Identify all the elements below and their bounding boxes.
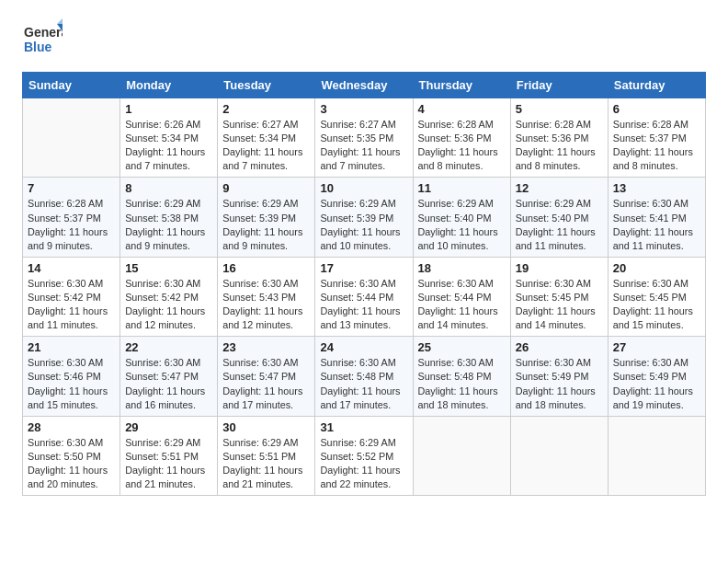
day-number: 18: [418, 261, 506, 275]
day-info: Sunrise: 6:29 AMSunset: 5:40 PMDaylight:…: [418, 197, 506, 252]
day-info: Sunrise: 6:29 AMSunset: 5:39 PMDaylight:…: [320, 197, 407, 252]
day-number: 25: [418, 340, 506, 354]
day-number: 19: [516, 261, 603, 275]
weekday-header-saturday: Saturday: [608, 73, 705, 98]
weekday-header-row: SundayMondayTuesdayWednesdayThursdayFrid…: [23, 73, 706, 98]
day-number: 28: [28, 420, 115, 434]
day-info: Sunrise: 6:30 AMSunset: 5:49 PMDaylight:…: [516, 356, 603, 411]
calendar-cell: 27Sunrise: 6:30 AMSunset: 5:49 PMDayligh…: [608, 337, 705, 416]
weekday-header-thursday: Thursday: [413, 73, 510, 98]
day-info: Sunrise: 6:30 AMSunset: 5:45 PMDaylight:…: [516, 277, 603, 332]
page-header: General Blue: [22, 18, 706, 63]
day-info: Sunrise: 6:29 AMSunset: 5:51 PMDaylight:…: [125, 436, 212, 491]
calendar-cell: [413, 416, 510, 495]
day-info: Sunrise: 6:30 AMSunset: 5:47 PMDaylight:…: [222, 356, 310, 411]
weekday-header-friday: Friday: [510, 73, 608, 98]
day-number: 29: [125, 420, 212, 434]
week-row-1: 1Sunrise: 6:26 AMSunset: 5:34 PMDaylight…: [23, 98, 706, 178]
day-info: Sunrise: 6:28 AMSunset: 5:37 PMDaylight:…: [28, 197, 115, 252]
day-info: Sunrise: 6:28 AMSunset: 5:36 PMDaylight:…: [418, 118, 506, 173]
day-info: Sunrise: 6:30 AMSunset: 5:48 PMDaylight:…: [320, 356, 407, 411]
day-number: 10: [320, 181, 407, 195]
day-number: 2: [222, 102, 310, 116]
calendar-cell: 25Sunrise: 6:30 AMSunset: 5:48 PMDayligh…: [413, 337, 510, 416]
calendar-cell: [23, 98, 120, 178]
calendar-cell: 30Sunrise: 6:29 AMSunset: 5:51 PMDayligh…: [218, 416, 315, 495]
calendar-cell: 21Sunrise: 6:30 AMSunset: 5:46 PMDayligh…: [23, 337, 120, 416]
day-info: Sunrise: 6:30 AMSunset: 5:49 PMDaylight:…: [613, 356, 700, 411]
calendar-cell: 11Sunrise: 6:29 AMSunset: 5:40 PMDayligh…: [413, 178, 510, 257]
svg-marker-3: [57, 18, 63, 24]
day-number: 21: [28, 340, 115, 354]
calendar-cell: [608, 416, 705, 495]
week-row-2: 7Sunrise: 6:28 AMSunset: 5:37 PMDaylight…: [23, 178, 706, 257]
day-info: Sunrise: 6:30 AMSunset: 5:50 PMDaylight:…: [28, 436, 115, 491]
day-info: Sunrise: 6:28 AMSunset: 5:37 PMDaylight:…: [613, 118, 700, 173]
calendar-cell: [510, 416, 608, 495]
calendar-cell: 19Sunrise: 6:30 AMSunset: 5:45 PMDayligh…: [510, 257, 608, 336]
calendar-cell: 29Sunrise: 6:29 AMSunset: 5:51 PMDayligh…: [120, 416, 218, 495]
day-number: 14: [28, 261, 115, 275]
day-info: Sunrise: 6:29 AMSunset: 5:51 PMDaylight:…: [222, 436, 310, 491]
day-number: 13: [613, 181, 700, 195]
weekday-header-monday: Monday: [120, 73, 218, 98]
day-info: Sunrise: 6:29 AMSunset: 5:39 PMDaylight:…: [222, 197, 310, 252]
weekday-header-tuesday: Tuesday: [218, 73, 315, 98]
day-info: Sunrise: 6:27 AMSunset: 5:35 PMDaylight:…: [320, 118, 407, 173]
day-number: 3: [320, 102, 407, 116]
calendar-cell: 16Sunrise: 6:30 AMSunset: 5:43 PMDayligh…: [218, 257, 315, 336]
day-number: 22: [125, 340, 212, 354]
calendar-cell: 7Sunrise: 6:28 AMSunset: 5:37 PMDaylight…: [23, 178, 120, 257]
calendar-cell: 2Sunrise: 6:27 AMSunset: 5:34 PMDaylight…: [218, 98, 315, 178]
day-number: 1: [125, 102, 212, 116]
day-number: 23: [222, 340, 310, 354]
calendar-cell: 14Sunrise: 6:30 AMSunset: 5:42 PMDayligh…: [23, 257, 120, 336]
day-info: Sunrise: 6:30 AMSunset: 5:47 PMDaylight:…: [125, 356, 212, 411]
day-info: Sunrise: 6:30 AMSunset: 5:45 PMDaylight:…: [613, 277, 700, 332]
weekday-header-sunday: Sunday: [23, 73, 120, 98]
day-info: Sunrise: 6:27 AMSunset: 5:34 PMDaylight:…: [222, 118, 310, 173]
day-info: Sunrise: 6:30 AMSunset: 5:44 PMDaylight:…: [418, 277, 506, 332]
day-number: 31: [320, 420, 407, 434]
day-number: 30: [222, 420, 310, 434]
day-info: Sunrise: 6:30 AMSunset: 5:41 PMDaylight:…: [613, 197, 700, 252]
day-number: 15: [125, 261, 212, 275]
calendar-cell: 3Sunrise: 6:27 AMSunset: 5:35 PMDaylight…: [315, 98, 413, 178]
day-number: 17: [320, 261, 407, 275]
calendar-cell: 22Sunrise: 6:30 AMSunset: 5:47 PMDayligh…: [120, 337, 218, 416]
calendar-cell: 10Sunrise: 6:29 AMSunset: 5:39 PMDayligh…: [315, 178, 413, 257]
calendar-cell: 31Sunrise: 6:29 AMSunset: 5:52 PMDayligh…: [315, 416, 413, 495]
calendar-cell: 20Sunrise: 6:30 AMSunset: 5:45 PMDayligh…: [608, 257, 705, 336]
week-row-4: 21Sunrise: 6:30 AMSunset: 5:46 PMDayligh…: [23, 337, 706, 416]
day-number: 16: [222, 261, 310, 275]
calendar-cell: 5Sunrise: 6:28 AMSunset: 5:36 PMDaylight…: [510, 98, 608, 178]
day-number: 12: [516, 181, 603, 195]
day-info: Sunrise: 6:26 AMSunset: 5:34 PMDaylight:…: [125, 118, 212, 173]
calendar-cell: 1Sunrise: 6:26 AMSunset: 5:34 PMDaylight…: [120, 98, 218, 178]
calendar-cell: 24Sunrise: 6:30 AMSunset: 5:48 PMDayligh…: [315, 337, 413, 416]
calendar-cell: 26Sunrise: 6:30 AMSunset: 5:49 PMDayligh…: [510, 337, 608, 416]
day-info: Sunrise: 6:30 AMSunset: 5:48 PMDaylight:…: [418, 356, 506, 411]
day-number: 24: [320, 340, 407, 354]
calendar-cell: 9Sunrise: 6:29 AMSunset: 5:39 PMDaylight…: [218, 178, 315, 257]
calendar-table: SundayMondayTuesdayWednesdayThursdayFrid…: [22, 72, 706, 496]
day-number: 6: [613, 102, 700, 116]
calendar-cell: 6Sunrise: 6:28 AMSunset: 5:37 PMDaylight…: [608, 98, 705, 178]
day-number: 4: [418, 102, 506, 116]
day-number: 27: [613, 340, 700, 354]
day-number: 7: [28, 181, 115, 195]
day-number: 11: [418, 181, 506, 195]
logo: General Blue: [22, 18, 63, 63]
day-info: Sunrise: 6:29 AMSunset: 5:38 PMDaylight:…: [125, 197, 212, 252]
calendar-cell: 17Sunrise: 6:30 AMSunset: 5:44 PMDayligh…: [315, 257, 413, 336]
day-info: Sunrise: 6:30 AMSunset: 5:46 PMDaylight:…: [28, 356, 115, 411]
logo-icon: General Blue: [22, 18, 63, 59]
calendar-cell: 8Sunrise: 6:29 AMSunset: 5:38 PMDaylight…: [120, 178, 218, 257]
day-number: 26: [516, 340, 603, 354]
day-info: Sunrise: 6:30 AMSunset: 5:42 PMDaylight:…: [28, 277, 115, 332]
week-row-5: 28Sunrise: 6:30 AMSunset: 5:50 PMDayligh…: [23, 416, 706, 495]
svg-text:General: General: [24, 25, 63, 40]
calendar-cell: 13Sunrise: 6:30 AMSunset: 5:41 PMDayligh…: [608, 178, 705, 257]
day-number: 9: [222, 181, 310, 195]
day-info: Sunrise: 6:29 AMSunset: 5:52 PMDaylight:…: [320, 436, 407, 491]
